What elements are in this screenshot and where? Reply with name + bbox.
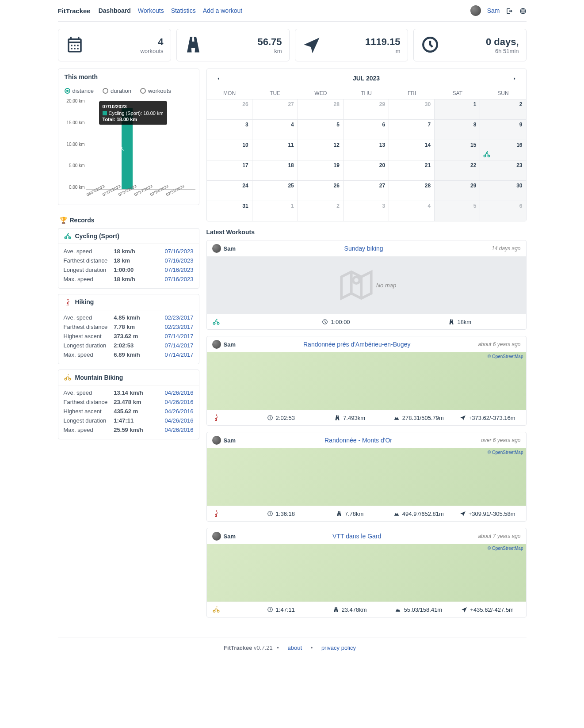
record-card: Cycling (Sport)Ave. speed18 km/h07/16/20… <box>58 228 199 289</box>
calendar-day[interactable]: 6 <box>480 201 526 221</box>
calendar-day[interactable]: 28 <box>389 180 435 201</box>
metric-distance[interactable]: distance <box>65 88 94 94</box>
calendar-day[interactable]: 1 <box>252 201 298 221</box>
calendar-day[interactable]: 13 <box>344 140 389 160</box>
workout-stat: 494.97/652.81m <box>386 511 452 517</box>
calendar-day[interactable]: 4 <box>252 119 298 140</box>
workout-stat: 7.78km <box>317 511 383 517</box>
calendar-day[interactable]: 28 <box>298 99 344 119</box>
calendar-prev-button[interactable] <box>213 73 224 83</box>
stat-duration-value: 0 days, <box>486 36 519 48</box>
workout-user[interactable]: Sam <box>212 532 236 541</box>
record-date-link[interactable]: 04/26/2016 <box>164 417 193 424</box>
metric-duration[interactable]: duration <box>103 88 131 94</box>
calendar-dow: SAT <box>435 88 480 99</box>
record-date-link[interactable]: 02/23/2017 <box>164 324 193 330</box>
workout-user[interactable]: Sam <box>212 244 236 253</box>
calendar-day[interactable]: 5 <box>435 201 480 221</box>
calendar-workout-icon[interactable] <box>483 150 491 158</box>
record-date-link[interactable]: 07/14/2017 <box>164 333 193 339</box>
calendar-day[interactable]: 9 <box>480 119 526 140</box>
record-date-link[interactable]: 07/16/2023 <box>164 267 193 273</box>
calendar-day[interactable]: 29 <box>344 99 389 119</box>
calendar-day[interactable]: 2 <box>298 201 344 221</box>
calendar-day[interactable]: 5 <box>298 119 344 140</box>
workout-card[interactable]: SamSunday biking14 days agoNo map 1:00:0… <box>206 240 527 330</box>
stat-workouts: 4workouts <box>58 29 171 61</box>
calendar-day[interactable]: 15 <box>435 140 480 160</box>
calendar-day[interactable]: 10 <box>207 140 252 160</box>
calendar-day[interactable]: 8 <box>435 119 480 140</box>
calendar-day[interactable]: 17 <box>207 160 252 180</box>
calendar-day[interactable]: 19 <box>298 160 344 180</box>
calendar-day[interactable]: 30 <box>389 99 435 119</box>
record-date-link[interactable]: 04/26/2016 <box>164 427 193 433</box>
workout-title-link[interactable]: Randonnée - Monts d'Or <box>236 437 481 444</box>
calendar-day[interactable]: 26 <box>207 99 252 119</box>
workout-card[interactable]: SamVTT dans le Gardabout 7 years ago© Op… <box>206 528 527 617</box>
calendar-dow: WED <box>298 88 344 99</box>
workout-title-link[interactable]: VTT dans le Gard <box>236 533 478 540</box>
language-icon[interactable] <box>519 7 527 14</box>
footer-privacy-link[interactable]: privacy policy <box>321 644 356 651</box>
calendar-day[interactable]: 7 <box>389 119 435 140</box>
calendar-day[interactable]: 31 <box>207 201 252 221</box>
user-menu-link[interactable]: Sam <box>487 7 500 14</box>
workout-title-link[interactable]: Randonnée près d'Ambérieu-en-Bugey <box>236 341 478 348</box>
calendar-day[interactable]: 27 <box>252 99 298 119</box>
calendar-day[interactable]: 25 <box>252 180 298 201</box>
osm-attribution: © OpenStreetMap <box>488 546 523 551</box>
record-date-link[interactable]: 04/26/2016 <box>164 408 193 415</box>
record-date-link[interactable]: 07/14/2017 <box>164 351 193 358</box>
workout-title-link[interactable]: Sunday biking <box>236 245 492 252</box>
workout-map[interactable]: © OpenStreetMap <box>207 352 526 410</box>
workout-map[interactable]: © OpenStreetMap <box>207 544 526 602</box>
calendar-day[interactable]: 29 <box>435 180 480 201</box>
nav-statistics[interactable]: Statistics <box>171 7 196 14</box>
calendar-day[interactable]: 6 <box>344 119 389 140</box>
workout-user[interactable]: Sam <box>212 436 236 445</box>
calendar-day[interactable]: 2 <box>480 99 526 119</box>
footer-about-link[interactable]: about <box>288 644 302 651</box>
calendar-day[interactable]: 23 <box>480 160 526 180</box>
brand[interactable]: FitTrackee <box>58 7 91 15</box>
record-date-link[interactable]: 04/26/2016 <box>164 389 193 396</box>
calendar-day[interactable]: 1 <box>435 99 480 119</box>
record-date-link[interactable]: 07/16/2023 <box>164 257 193 264</box>
calendar-day[interactable]: 3 <box>207 119 252 140</box>
record-date-link[interactable]: 07/16/2023 <box>164 276 193 282</box>
calendar-day[interactable]: 11 <box>252 140 298 160</box>
workout-user[interactable]: Sam <box>212 340 236 349</box>
calendar-day[interactable]: 24 <box>207 180 252 201</box>
calendar-day[interactable]: 26 <box>298 180 344 201</box>
user-avatar[interactable] <box>470 5 481 16</box>
calendar-day[interactable]: 21 <box>389 160 435 180</box>
record-date-link[interactable]: 07/16/2023 <box>164 248 193 255</box>
nav-add-workout[interactable]: Add a workout <box>203 7 243 14</box>
nav-workouts[interactable]: Workouts <box>138 7 164 14</box>
workout-map[interactable]: © OpenStreetMap <box>207 448 526 506</box>
calendar-day[interactable]: 27 <box>344 180 389 201</box>
metric-workouts[interactable]: workouts <box>140 88 171 94</box>
workout-stat: +373.62/-373.16m <box>454 415 521 421</box>
calendar: JUL 2023 MONTUEWEDTHUFRISATSUN 262728293… <box>206 69 527 221</box>
record-date-link[interactable]: 07/14/2017 <box>164 342 193 349</box>
calendar-day[interactable]: 14 <box>389 140 435 160</box>
calendar-day[interactable]: 18 <box>252 160 298 180</box>
workout-card[interactable]: SamRandonnée - Monts d'Orover 6 years ag… <box>206 432 527 522</box>
calendar-day[interactable]: 30 <box>480 180 526 201</box>
calendar-day[interactable]: 12 <box>298 140 344 160</box>
road-icon <box>184 35 203 55</box>
calendar-day[interactable]: 20 <box>344 160 389 180</box>
workout-card[interactable]: SamRandonnée près d'Ambérieu-en-Bugeyabo… <box>206 336 527 426</box>
record-date-link[interactable]: 04/26/2016 <box>164 399 193 405</box>
calendar-day[interactable]: 3 <box>344 201 389 221</box>
calendar-day[interactable]: 4 <box>389 201 435 221</box>
bar-chart[interactable]: 20.00 km15.00 km10.00 km5.00 km0.00 km 0… <box>58 99 199 205</box>
logout-icon[interactable] <box>506 7 513 14</box>
calendar-day[interactable]: 22 <box>435 160 480 180</box>
calendar-next-button[interactable] <box>509 73 520 83</box>
record-date-link[interactable]: 02/23/2017 <box>164 314 193 321</box>
nav-dashboard[interactable]: Dashboard <box>99 7 131 14</box>
calendar-day[interactable]: 16 <box>480 140 526 160</box>
